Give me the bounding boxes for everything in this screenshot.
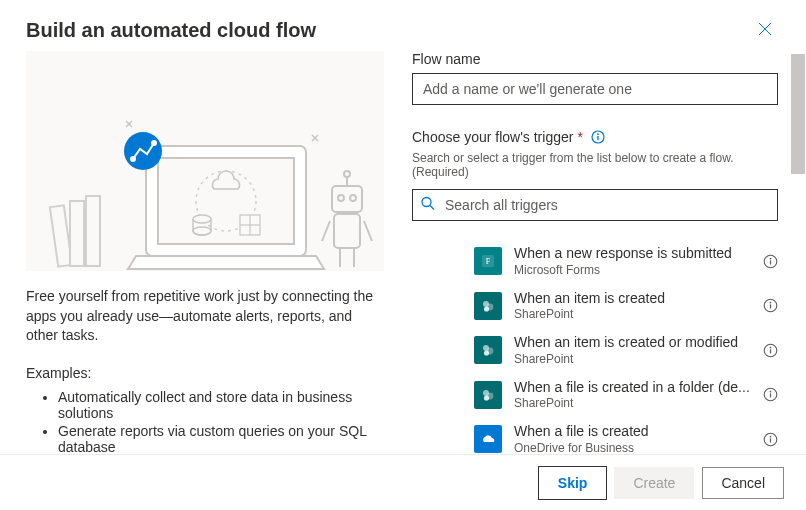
svg-point-15	[338, 195, 344, 201]
flow-illustration	[26, 51, 384, 271]
connector-icon	[474, 292, 502, 320]
svg-rect-30	[597, 136, 598, 140]
right-panel: Flow name Choose your flow's trigger * S…	[412, 51, 806, 454]
trigger-info-button[interactable]	[763, 432, 778, 447]
trigger-title: When a file is created in a folder (de..…	[514, 379, 751, 397]
trigger-text: When a new response is submittedMicrosof…	[514, 245, 751, 278]
svg-rect-49	[770, 349, 771, 353]
examples-list: Automatically collect and store data in …	[26, 389, 384, 454]
svg-rect-43	[770, 305, 771, 309]
svg-rect-19	[334, 214, 360, 248]
trigger-item[interactable]: FWhen a new response is submittedMicroso…	[474, 239, 778, 284]
svg-point-42	[770, 302, 772, 304]
cancel-button[interactable]: Cancel	[702, 467, 784, 499]
dialog-header: Build an automated cloud flow	[0, 0, 806, 51]
dialog-footer: Skip Create Cancel	[0, 454, 806, 510]
flow-name-label: Flow name	[412, 51, 778, 67]
trigger-text: When an item is createdSharePoint	[514, 290, 751, 323]
trigger-title: When an item is created or modified	[514, 334, 751, 352]
svg-point-36	[770, 257, 772, 259]
svg-point-52	[484, 395, 489, 400]
svg-line-20	[322, 221, 330, 241]
trigger-hint: Search or select a trigger from the list…	[412, 151, 778, 179]
example-item: Automatically collect and store data in …	[58, 389, 384, 421]
trigger-item[interactable]: When a file is createdOneDrive for Busin…	[474, 417, 778, 454]
trigger-list: FWhen a new response is submittedMicroso…	[412, 239, 778, 454]
trigger-info-button[interactable]	[763, 298, 778, 313]
svg-line-32	[430, 206, 434, 210]
svg-point-29	[597, 133, 599, 135]
trigger-info-button[interactable]	[763, 343, 778, 358]
trigger-text: When a file is createdOneDrive for Busin…	[514, 423, 751, 454]
connector-icon: F	[474, 247, 502, 275]
svg-point-13	[152, 141, 156, 145]
svg-point-57	[770, 435, 772, 437]
trigger-search-wrap	[412, 189, 778, 221]
trigger-info-button[interactable]	[763, 254, 778, 269]
skip-button[interactable]: Skip	[539, 467, 607, 499]
trigger-title: When a new response is submitted	[514, 245, 751, 263]
svg-rect-14	[332, 186, 362, 212]
trigger-subtitle: SharePoint	[514, 352, 751, 367]
svg-text:F: F	[486, 257, 491, 266]
examples-heading: Examples:	[26, 364, 384, 384]
svg-rect-1	[70, 201, 84, 266]
trigger-subtitle: Microsoft Forms	[514, 263, 751, 278]
required-asterisk: *	[577, 129, 582, 145]
svg-point-6	[193, 215, 211, 223]
trigger-label: Choose your flow's trigger	[412, 129, 573, 145]
trigger-subtitle: OneDrive for Business	[514, 441, 751, 455]
svg-point-40	[484, 306, 489, 311]
build-flow-dialog: Build an automated cloud flow	[0, 0, 806, 510]
svg-point-12	[131, 157, 135, 161]
svg-rect-55	[770, 394, 771, 398]
search-icon	[420, 196, 436, 215]
create-button[interactable]: Create	[614, 467, 694, 499]
trigger-subtitle: SharePoint	[514, 396, 751, 411]
left-panel: Free yourself from repetitive work just …	[26, 51, 384, 454]
trigger-text: When an item is created or modifiedShare…	[514, 334, 751, 367]
trigger-section: Choose your flow's trigger * Search or s…	[412, 129, 778, 454]
svg-point-31	[422, 198, 431, 207]
flow-name-input[interactable]	[412, 73, 778, 105]
scrollbar-thumb[interactable]	[791, 54, 805, 174]
trigger-search-input[interactable]	[412, 189, 778, 221]
connector-icon	[474, 381, 502, 409]
trigger-item[interactable]: When an item is createdSharePoint	[474, 284, 778, 329]
trigger-title: When a file is created	[514, 423, 751, 441]
close-button[interactable]	[750, 18, 780, 43]
trigger-label-row: Choose your flow's trigger *	[412, 129, 778, 145]
svg-point-18	[344, 171, 350, 177]
svg-point-16	[350, 195, 356, 201]
svg-point-54	[770, 391, 772, 393]
info-icon[interactable]	[591, 130, 605, 144]
trigger-text: When a file is created in a folder (de..…	[514, 379, 751, 412]
trigger-item[interactable]: When a file is created in a folder (de..…	[474, 373, 778, 418]
svg-rect-0	[50, 205, 72, 266]
trigger-item[interactable]: When an item is created or modifiedShare…	[474, 328, 778, 373]
connector-icon	[474, 336, 502, 364]
dialog-body: Free yourself from repetitive work just …	[0, 51, 806, 454]
svg-rect-2	[86, 196, 100, 266]
svg-point-46	[484, 351, 489, 356]
trigger-title: When an item is created	[514, 290, 751, 308]
description-text: Free yourself from repetitive work just …	[26, 287, 384, 346]
trigger-info-button[interactable]	[763, 387, 778, 402]
svg-line-21	[364, 221, 372, 241]
svg-point-48	[770, 346, 772, 348]
svg-rect-37	[770, 260, 771, 264]
close-icon	[758, 22, 772, 36]
example-item: Generate reports via custom queries on y…	[58, 423, 384, 454]
connector-icon	[474, 425, 502, 453]
dialog-title: Build an automated cloud flow	[26, 19, 316, 42]
trigger-subtitle: SharePoint	[514, 307, 751, 322]
svg-rect-58	[770, 438, 771, 442]
